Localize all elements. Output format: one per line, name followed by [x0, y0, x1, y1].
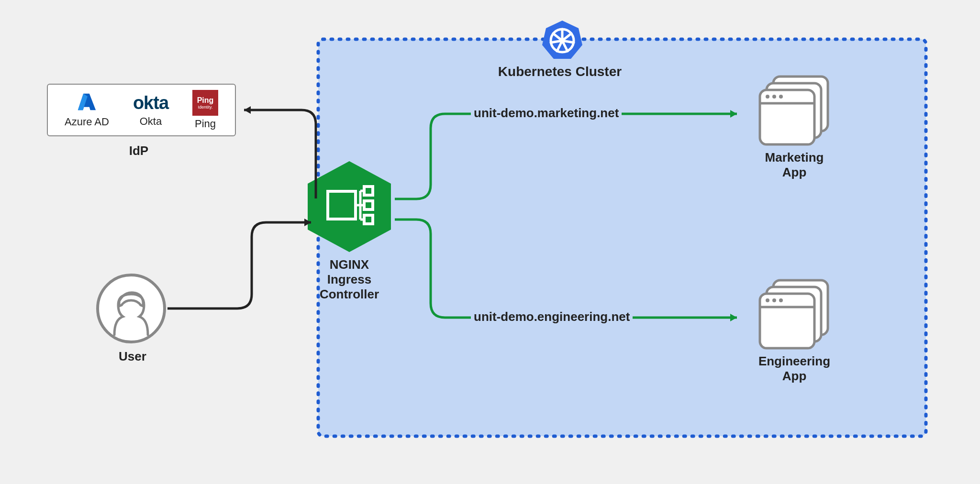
marketing-app-icon	[756, 72, 833, 148]
svg-marker-21	[244, 106, 251, 114]
arrow-engineering	[392, 217, 746, 325]
svg-marker-22	[304, 219, 311, 226]
marketing-app-label-1: Marketing	[756, 150, 833, 165]
svg-marker-24	[730, 314, 737, 321]
idp-ping: Ping Identity. Ping	[192, 90, 218, 130]
svg-marker-23	[730, 110, 737, 118]
svg-point-11	[98, 275, 165, 342]
idp-label: IdP	[110, 143, 167, 158]
user-label: User	[111, 349, 154, 364]
idp-ping-label: Ping	[195, 118, 216, 130]
marketing-app-label-2: App	[756, 165, 833, 180]
idp-azure-label: Azure AD	[65, 116, 109, 128]
idp-azure: Azure AD	[65, 92, 109, 128]
arrow-marketing	[392, 109, 746, 205]
svg-point-31	[779, 95, 783, 99]
svg-point-38	[779, 298, 783, 302]
engineering-app-label-2: App	[754, 369, 835, 384]
svg-point-37	[772, 298, 776, 302]
arrow-idp	[234, 105, 321, 201]
engineering-app-icon	[756, 275, 833, 352]
diagram-canvas: Kubernetes Cluster Azure AD okta Okta Pi…	[0, 0, 980, 484]
route-url-engineering: unit-demo.engineering.net	[471, 309, 633, 324]
engineering-app-label-1: Engineering	[754, 354, 835, 369]
cluster-label: Kubernetes Cluster	[483, 64, 636, 79]
engineering-app-label-group: Engineering App	[754, 354, 835, 384]
ping-icon: Ping Identity.	[192, 90, 218, 116]
route-url-marketing: unit-demo.marketing.net	[471, 106, 622, 121]
idp-okta-label: Okta	[140, 115, 162, 128]
okta-icon: okta	[133, 93, 168, 113]
user-icon	[95, 273, 167, 344]
idp-okta: okta Okta	[133, 93, 168, 128]
svg-point-29	[766, 95, 769, 99]
svg-point-30	[772, 95, 776, 99]
marketing-app-label-group: Marketing App	[756, 150, 833, 180]
arrow-user	[166, 218, 321, 313]
azure-icon	[76, 92, 98, 114]
svg-point-36	[766, 298, 769, 302]
idp-box: Azure AD okta Okta Ping Identity. Ping	[47, 84, 236, 136]
kubernetes-icon	[541, 19, 584, 62]
